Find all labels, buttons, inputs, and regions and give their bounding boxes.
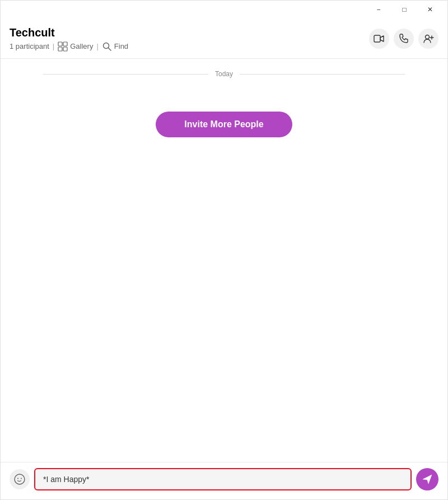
chat-area: Today Invite More People [1,59,447,462]
title-bar: − □ ✕ [1,1,447,18]
date-label: Today [215,70,233,78]
invite-section: Invite More People [10,89,438,149]
close-button[interactable]: ✕ [417,2,443,17]
svg-point-10 [15,474,25,484]
input-area [1,462,447,499]
separator-line-left [43,74,208,75]
separator-line-right [240,74,405,75]
video-icon [374,33,385,44]
gallery-link[interactable]: Gallery [58,41,93,52]
invite-more-people-button[interactable]: Invite More People [156,112,292,137]
date-separator: Today [10,59,438,89]
chat-title: Techcult [10,26,128,39]
find-link[interactable]: Find [102,41,128,52]
message-input[interactable] [43,475,403,484]
svg-rect-2 [58,47,62,51]
meta-divider-1: | [53,42,54,50]
add-person-icon [423,33,434,44]
minimize-button[interactable]: − [366,2,391,17]
svg-point-4 [103,43,109,48]
svg-rect-1 [63,42,67,46]
video-call-button[interactable] [369,29,389,49]
svg-rect-6 [374,35,380,42]
audio-call-button[interactable] [394,29,414,49]
gallery-icon [58,41,68,52]
svg-point-11 [17,478,18,479]
emoji-icon [13,473,26,485]
maximize-button[interactable]: □ [391,2,417,17]
svg-point-12 [21,478,22,479]
app-window: − □ ✕ Techcult 1 participant | Gall [0,0,448,500]
svg-point-7 [426,35,430,39]
gallery-label: Gallery [70,42,93,50]
chat-header: Techcult 1 participant | Gallery | [1,18,447,59]
search-icon [102,41,112,52]
svg-rect-3 [63,47,67,51]
send-icon [422,474,433,485]
meta-divider-2: | [96,42,98,50]
svg-line-5 [108,48,111,50]
window-controls: − □ ✕ [366,2,443,17]
phone-icon [398,33,409,44]
add-person-button[interactable] [418,29,438,49]
svg-rect-0 [58,42,62,46]
header-actions [369,29,438,49]
header-left: Techcult 1 participant | Gallery | [10,26,128,52]
find-label: Find [114,42,128,50]
participant-count: 1 participant [10,42,49,50]
emoji-button[interactable] [10,469,30,489]
chat-meta: 1 participant | Gallery | [10,41,128,52]
send-button[interactable] [416,468,438,490]
message-input-wrapper [34,468,412,490]
